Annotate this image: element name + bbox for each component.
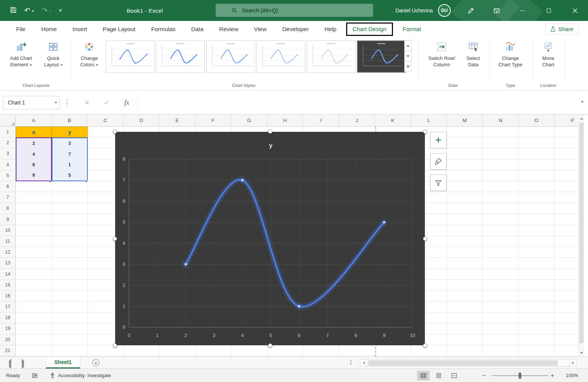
quick-layout-button[interactable]: Quick Layout — [39, 40, 68, 68]
gallery-scroll-down-button[interactable] — [404, 51, 412, 61]
chart-object[interactable]: 012345678012345678910y — [115, 132, 425, 345]
scroll-down-icon[interactable] — [579, 349, 585, 357]
minimize-button[interactable] — [509, 0, 536, 21]
row-header-16[interactable]: 16 — [0, 291, 15, 301]
column-header-f[interactable]: F — [195, 115, 231, 126]
tab-developer[interactable]: Developer — [274, 26, 317, 33]
row-header-9[interactable]: 9 — [0, 214, 15, 225]
horizontal-scrollbar-track[interactable] — [368, 359, 569, 367]
category-range-a2-a5[interactable]: 2469 — [16, 137, 52, 181]
switch-row-column-button[interactable]: Switch Row/ Column — [423, 40, 460, 68]
maximize-button[interactable] — [536, 0, 562, 21]
row-header-11[interactable]: 11 — [0, 236, 15, 247]
row-header-5[interactable]: 5 — [0, 170, 15, 181]
undo-button[interactable]: ↶ — [24, 7, 34, 14]
column-header-i[interactable]: I — [303, 115, 339, 126]
cell-value[interactable]: 9 — [16, 170, 51, 181]
row-header-18[interactable]: 18 — [0, 312, 15, 323]
cell-value[interactable]: 7 — [52, 149, 87, 159]
formula-input[interactable] — [137, 96, 574, 109]
tab-view[interactable]: View — [246, 26, 274, 33]
cell-value[interactable]: 1 — [52, 160, 87, 170]
row-header-13[interactable]: 13 — [0, 258, 15, 269]
account-name[interactable]: Daniel Uchenna — [376, 0, 433, 21]
chart-style-thumbnail-2[interactable] — [156, 40, 205, 73]
cell-value[interactable]: 5 — [52, 170, 87, 181]
row-header-21[interactable]: 21 — [0, 345, 15, 356]
name-box-dropdown-icon[interactable] — [55, 102, 57, 103]
macro-record-icon[interactable] — [32, 369, 38, 382]
normal-view-button[interactable] — [417, 371, 430, 381]
column-header-b[interactable]: B — [52, 115, 88, 126]
cell-value[interactable]: 4 — [16, 149, 51, 159]
gallery-more-button[interactable] — [404, 61, 412, 72]
collapse-ribbon-button[interactable] — [579, 84, 582, 91]
column-header-l[interactable]: L — [411, 115, 447, 126]
cell-value[interactable]: 2 — [16, 138, 51, 149]
change-chart-type-button[interactable]: Change Chart Type — [492, 40, 528, 68]
column-header-g[interactable]: G — [231, 115, 267, 126]
cell-value[interactable]: 3 — [52, 138, 87, 149]
tab-data[interactable]: Data — [183, 26, 212, 33]
vertical-scrollbar-thumb[interactable] — [579, 123, 584, 343]
accessibility-status[interactable]: Accessibility: Investigate — [50, 369, 111, 382]
zoom-slider-thumb[interactable] — [519, 373, 521, 379]
resize-handle-sw[interactable] — [113, 343, 117, 348]
column-header-e[interactable]: E — [159, 115, 195, 126]
row-header-20[interactable]: 20 — [0, 334, 15, 345]
column-header-j[interactable]: J — [339, 115, 375, 126]
row-header-19[interactable]: 19 — [0, 323, 15, 334]
row-header-15[interactable]: 15 — [0, 280, 15, 291]
cell-a1[interactable]: x — [16, 127, 52, 137]
row-header-6[interactable]: 6 — [0, 181, 15, 192]
add-chart-element-button[interactable]: Add Chart Element — [4, 40, 38, 68]
row-header-7[interactable]: 7 — [0, 192, 15, 203]
chart-style-thumbnail-4[interactable] — [256, 40, 305, 73]
scroll-right-icon[interactable] — [569, 359, 577, 367]
column-header-a[interactable]: A — [16, 115, 52, 126]
tab-bar-splitter[interactable] — [350, 360, 351, 365]
chart-styles-button[interactable] — [430, 153, 447, 170]
tab-insert[interactable]: Insert — [64, 26, 95, 33]
scroll-left-icon[interactable] — [360, 359, 368, 367]
sheet-tab-sheet1[interactable]: Sheet1 — [46, 357, 80, 369]
row-header-4[interactable]: 4 — [0, 160, 15, 170]
row-header-10[interactable]: 10 — [0, 225, 15, 236]
new-sheet-button[interactable]: + — [92, 359, 99, 366]
chart-style-thumbnail-1[interactable] — [106, 40, 154, 73]
select-all-corner[interactable] — [0, 115, 16, 127]
tab-chart-design[interactable]: Chart Design — [352, 26, 386, 33]
name-box[interactable]: Chart 1 — [3, 96, 60, 109]
horizontal-scrollbar-thumb[interactable] — [368, 360, 558, 366]
sheet-nav-left-icon[interactable] — [9, 361, 11, 367]
inking-icon[interactable] — [462, 0, 479, 21]
row-header-8[interactable]: 8 — [0, 203, 15, 214]
expand-formula-bar-icon[interactable] — [581, 101, 584, 103]
tab-page-layout[interactable]: Page Layout — [95, 26, 143, 33]
tab-format[interactable]: Format — [395, 26, 429, 33]
change-colors-button[interactable]: Change Colors — [74, 40, 104, 68]
cell-b1[interactable]: y — [52, 127, 88, 137]
value-range-b2-b5[interactable]: 3715 — [52, 137, 88, 181]
zoom-level[interactable]: 100% — [560, 369, 578, 382]
fill-handle[interactable] — [85, 180, 87, 182]
row-header-17[interactable]: 17 — [0, 301, 15, 312]
scroll-up-icon[interactable] — [579, 115, 585, 122]
page-layout-view-button[interactable] — [432, 371, 445, 381]
resize-handle-e[interactable] — [423, 237, 427, 241]
tab-review[interactable]: Review — [212, 26, 246, 33]
resize-handle-w[interactable] — [113, 237, 117, 241]
zoom-in-button[interactable]: + — [550, 369, 554, 382]
fill-handle[interactable] — [49, 180, 51, 182]
page-break-preview-button[interactable] — [448, 371, 460, 381]
select-data-button[interactable]: Select Data — [461, 40, 485, 68]
zoom-slider[interactable] — [492, 375, 548, 376]
chart-filters-button[interactable] — [430, 175, 447, 191]
tab-formulas[interactable]: Formulas — [143, 26, 183, 33]
ribbon-display-options-icon[interactable] — [488, 0, 505, 21]
column-header-k[interactable]: K — [375, 115, 411, 126]
column-header-c[interactable]: C — [88, 115, 124, 126]
column-header-n[interactable]: N — [483, 115, 519, 126]
chart-style-thumbnail-6[interactable] — [357, 40, 406, 73]
chart-style-thumbnail-5[interactable] — [307, 40, 356, 73]
